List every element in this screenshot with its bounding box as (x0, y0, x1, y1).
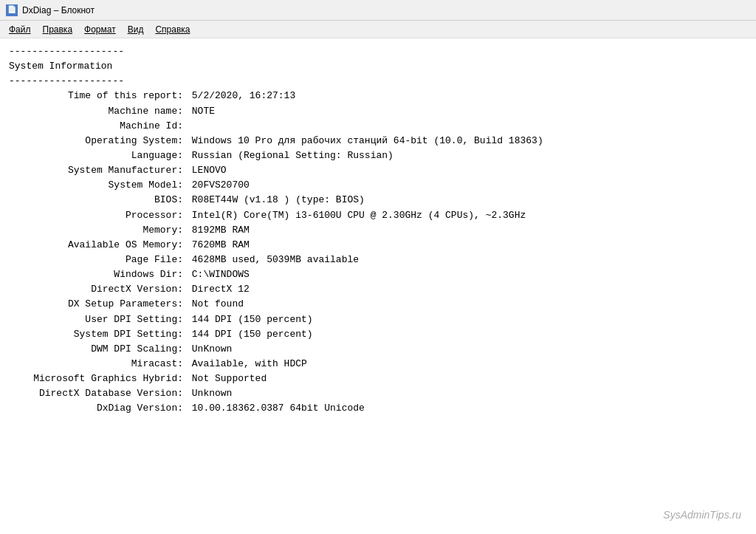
field-label: Windows Dir: (9, 267, 186, 282)
field-row: System Manufacturer: LENOVO (9, 163, 747, 178)
field-label: Page File: (9, 253, 186, 267)
field-value: 20FVS20700 (186, 178, 250, 193)
field-row: System DPI Setting: 144 DPI (150 percent… (9, 327, 747, 342)
field-value: Not found (186, 297, 244, 312)
field-row: System Model: 20FVS20700 (9, 178, 747, 193)
field-value: Not Supported (186, 372, 267, 386)
field-label: Machine name: (9, 104, 186, 119)
field-label: System DPI Setting: (9, 327, 186, 342)
field-value: NOTE (186, 104, 215, 119)
field-label: System Model: (9, 178, 186, 193)
field-row: Memory: 8192MB RAM (9, 223, 747, 238)
field-row: Microsoft Graphics Hybrid: Not Supported (9, 372, 747, 386)
field-row: DirectX Database Version: Unknown (9, 386, 747, 401)
field-row: Windows Dir: C:\WINDOWS (9, 267, 747, 282)
field-row: DWM DPI Scaling: UnKnown (9, 342, 747, 357)
field-row: DirectX Version: DirectX 12 (9, 282, 747, 297)
menu-item-help[interactable]: Справка (149, 23, 196, 36)
field-row: User DPI Setting: 144 DPI (150 percent) (9, 312, 747, 327)
field-row: Machine name: NOTE (9, 104, 747, 119)
field-value: C:\WINDOWS (186, 267, 250, 282)
field-label: Available OS Memory: (9, 238, 186, 253)
field-row: Processor: Intel(R) Core(TM) i3-6100U CP… (9, 208, 747, 223)
field-label: BIOS: (9, 193, 186, 208)
field-value: Russian (Regional Setting: Russian) (186, 148, 394, 163)
field-value: 8192MB RAM (186, 223, 250, 238)
field-label: Microsoft Graphics Hybrid: (9, 372, 186, 386)
field-label: Processor: (9, 208, 186, 223)
field-value: UnKnown (186, 342, 232, 357)
separator-bottom: -------------------- (9, 74, 747, 89)
field-value: 5/2/2020, 16:27:13 (186, 89, 295, 103)
separator-top: -------------------- (9, 44, 747, 59)
field-label: DirectX Version: (9, 282, 186, 297)
field-value: LENOVO (186, 163, 227, 178)
field-label: DirectX Database Version: (9, 386, 186, 401)
fields-container: Time of this report: 5/2/2020, 16:27:13 … (9, 89, 747, 416)
field-label: Language: (9, 148, 186, 163)
field-row: DxDiag Version: 10.00.18362.0387 64bit U… (9, 401, 747, 416)
field-value: 10.00.18362.0387 64bit Unicode (186, 401, 365, 416)
field-label: User DPI Setting: (9, 312, 186, 327)
field-row: Miracast: Available, with HDCP (9, 357, 747, 372)
field-value: 144 DPI (150 percent) (186, 327, 313, 342)
field-label: Machine Id: (9, 119, 186, 134)
field-value: 7620MB RAM (186, 238, 250, 253)
field-row: Page File: 4628MB used, 5039MB available (9, 253, 747, 267)
menu-item-format[interactable]: Формат (78, 23, 122, 36)
field-value: Unknown (186, 386, 232, 401)
field-value: Windows 10 Pro для рабочих станций 64-bi… (186, 134, 543, 148)
field-row: Operating System: Windows 10 Pro для раб… (9, 134, 747, 148)
menu-item-file[interactable]: Файл (3, 23, 37, 36)
field-label: System Manufacturer: (9, 163, 186, 178)
field-value: Intel(R) Core(TM) i3-6100U CPU @ 2.30GHz… (186, 208, 526, 223)
field-value: 4628MB used, 5039MB available (186, 253, 359, 267)
title-bar-text: DxDiag – Блокнот (22, 5, 94, 16)
field-row: Language: Russian (Regional Setting: Rus… (9, 148, 747, 163)
field-label: Memory: (9, 223, 186, 238)
field-value: R08ET44W (v1.18 ) (type: BIOS) (186, 193, 365, 208)
field-label: Miracast: (9, 357, 186, 372)
menu-bar: Файл Правка Формат Вид Справка (0, 21, 756, 38)
field-row: Machine Id: (9, 119, 747, 134)
watermark: SysAdminTips.ru (663, 509, 741, 521)
title-bar: 📄 DxDiag – Блокнот (0, 0, 756, 21)
menu-item-edit[interactable]: Правка (37, 23, 79, 36)
menu-item-view[interactable]: Вид (122, 23, 150, 36)
field-label: Operating System: (9, 134, 186, 148)
field-value: Available, with HDCP (186, 357, 307, 372)
field-value: 144 DPI (150 percent) (186, 312, 313, 327)
field-value (186, 119, 192, 134)
field-row: Time of this report: 5/2/2020, 16:27:13 (9, 89, 747, 103)
content-area: -------------------- System Information … (0, 38, 756, 534)
field-row: Available OS Memory: 7620MB RAM (9, 238, 747, 253)
field-label: DWM DPI Scaling: (9, 342, 186, 357)
field-label: DX Setup Parameters: (9, 297, 186, 312)
section-title: System Information (9, 59, 747, 74)
field-value: DirectX 12 (186, 282, 250, 297)
field-row: BIOS: R08ET44W (v1.18 ) (type: BIOS) (9, 193, 747, 208)
title-bar-icon: 📄 (6, 4, 18, 16)
field-label: DxDiag Version: (9, 401, 186, 416)
field-label: Time of this report: (9, 89, 186, 103)
field-row: DX Setup Parameters: Not found (9, 297, 747, 312)
